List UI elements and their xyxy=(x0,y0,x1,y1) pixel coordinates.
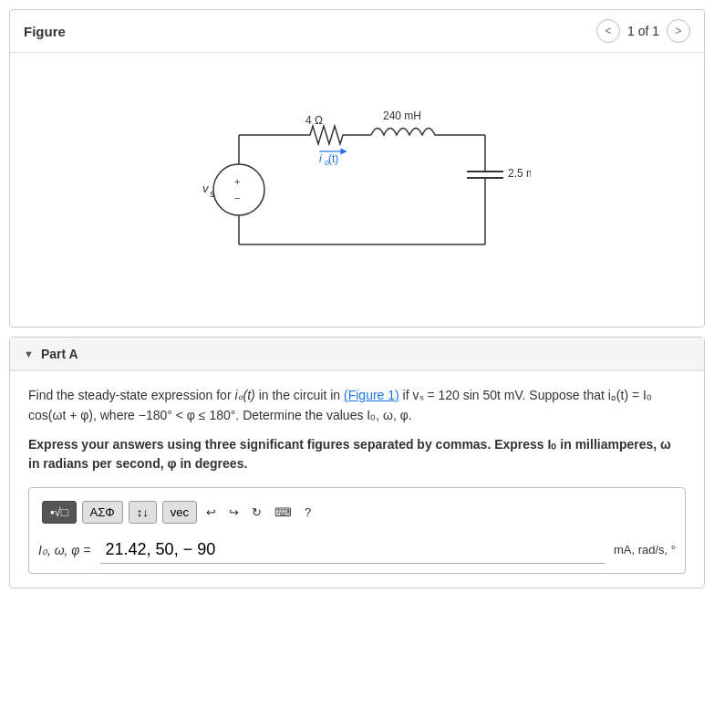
svg-text:(t): (t) xyxy=(328,152,338,165)
svg-text:i: i xyxy=(319,152,322,165)
figure-title: Figure xyxy=(24,24,66,39)
toolbar: ▪√□ ΑΣΦ ↕↓ vec ↩ ↪ ↻ ⌨ ? xyxy=(38,497,676,527)
next-button[interactable]: > xyxy=(667,19,690,43)
unit-label: mA, rad/s, ° xyxy=(614,543,676,556)
svg-point-0 xyxy=(213,164,264,215)
undo-icon[interactable]: ↩ xyxy=(202,502,220,523)
svg-text:s: s xyxy=(210,189,214,199)
matrix-button[interactable]: ▪√□ xyxy=(42,501,77,524)
refresh-icon[interactable]: ↻ xyxy=(248,502,265,523)
part-a-section: ▼ Part A Find the steady-state expressio… xyxy=(9,337,705,588)
figure-nav: < 1 of 1 > xyxy=(596,19,690,43)
figure-content: + − v s i o (t) 4 Ω xyxy=(10,53,704,327)
svg-text:v: v xyxy=(202,182,210,195)
answer-input[interactable] xyxy=(100,536,605,564)
prev-button[interactable]: < xyxy=(596,19,620,43)
input-label: I₀, ω, φ = xyxy=(38,543,91,557)
io-t-label: iₒ(t) xyxy=(234,388,254,402)
part-a-label: Part A xyxy=(41,347,78,361)
arrow-button[interactable]: ↕↓ xyxy=(129,501,157,524)
figure-link[interactable]: (Figure 1) xyxy=(344,388,399,402)
figure-header: Figure < 1 of 1 > xyxy=(10,10,704,53)
part-a-body: Find the steady-state expression for iₒ(… xyxy=(10,371,704,588)
redo-icon[interactable]: ↪ xyxy=(225,502,243,523)
bold-instruction: Express your answers using three signifi… xyxy=(28,435,686,473)
vec-button[interactable]: vec xyxy=(162,501,197,524)
help-icon[interactable]: ? xyxy=(301,502,315,523)
problem-text: Find the steady-state expression for iₒ(… xyxy=(28,385,686,426)
svg-text:−: − xyxy=(234,192,240,203)
aze-button[interactable]: ΑΣΦ xyxy=(82,501,123,524)
part-a-header[interactable]: ▼ Part A xyxy=(10,338,704,371)
collapse-icon: ▼ xyxy=(24,348,34,359)
page-indicator: 1 of 1 xyxy=(627,24,659,38)
svg-text:2.5 mF: 2.5 mF xyxy=(508,167,531,180)
answer-box: ▪√□ ΑΣΦ ↕↓ vec ↩ ↪ ↻ ⌨ ? I₀, ω, φ = mA, … xyxy=(28,487,686,574)
figure-section: Figure < 1 of 1 > + − v s i o (t) xyxy=(9,9,705,328)
svg-text:+: + xyxy=(234,176,240,187)
problem-text-2: in the circuit in xyxy=(255,388,344,402)
input-row: I₀, ω, φ = mA, rad/s, ° xyxy=(38,536,676,564)
svg-text:240 mH: 240 mH xyxy=(383,109,421,122)
keyboard-icon[interactable]: ⌨ xyxy=(271,502,295,523)
circuit-diagram: + − v s i o (t) 4 Ω xyxy=(184,89,531,272)
svg-text:4 Ω: 4 Ω xyxy=(305,114,323,127)
problem-text-1: Find the steady-state expression for xyxy=(28,388,234,402)
